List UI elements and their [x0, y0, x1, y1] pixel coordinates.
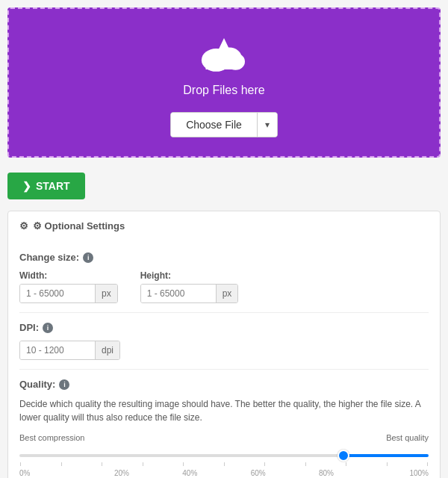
- start-arrow-icon: ❯: [22, 180, 31, 192]
- drop-files-text: Drop Files here: [183, 84, 264, 97]
- tick-labels: 0% 20% 40% 60% 80% 100%: [19, 469, 429, 477]
- width-label: Width:: [19, 270, 118, 281]
- quality-slider-wrapper: [19, 445, 429, 462]
- height-input-wrapper: px: [140, 284, 239, 303]
- quality-text: Quality:: [19, 379, 55, 390]
- tick-1: [61, 462, 62, 466]
- dpi-info-icon[interactable]: i: [43, 323, 53, 333]
- change-size-section: Change size: i Width: px Height: px: [19, 243, 429, 313]
- tick-label-100: 100%: [361, 469, 429, 477]
- tick-marks: [19, 462, 429, 466]
- dpi-section: DPI: i dpi: [19, 313, 429, 370]
- upload-drop-zone[interactable]: Drop Files here Choose File ▾: [7, 7, 441, 158]
- tick-9: [387, 462, 388, 466]
- tick-8: [346, 462, 346, 466]
- best-quality-label: Best quality: [386, 433, 429, 442]
- change-size-info-icon[interactable]: i: [83, 252, 93, 263]
- tick-label-20: 20%: [87, 469, 155, 477]
- slider-labels: Best compression Best quality: [19, 433, 429, 442]
- tick-2: [102, 462, 102, 466]
- width-input-wrapper: px: [19, 284, 118, 303]
- tick-10: [427, 462, 428, 466]
- tick-4: [183, 462, 184, 466]
- upload-cloud-icon: [198, 31, 250, 76]
- choose-file-wrapper: Choose File ▾: [170, 112, 278, 137]
- change-size-label: Change size: i: [19, 252, 429, 263]
- tick-label-40: 40%: [156, 469, 224, 477]
- height-label: Height:: [140, 270, 239, 281]
- best-compression-label: Best compression: [19, 433, 84, 442]
- dpi-label: DPI: i: [19, 322, 429, 333]
- quality-section: Quality: i Decide which quality the resu…: [19, 370, 429, 478]
- settings-panel: ⚙ ⚙ Optional Settings Change size: i Wid…: [7, 211, 441, 478]
- settings-gear-icon: ⚙: [19, 220, 28, 232]
- size-fields: Width: px Height: px: [19, 270, 429, 303]
- tick-label-0: 0%: [19, 469, 87, 477]
- quality-label: Quality: i: [19, 379, 429, 390]
- quality-description: Decide which quality the resulting image…: [19, 397, 429, 424]
- quality-slider[interactable]: [19, 454, 429, 457]
- choose-file-dropdown[interactable]: ▾: [257, 113, 277, 137]
- height-unit: px: [216, 285, 238, 302]
- start-label: START: [36, 180, 70, 192]
- height-field-group: Height: px: [140, 270, 239, 303]
- dpi-input[interactable]: [20, 341, 95, 359]
- width-field-group: Width: px: [19, 270, 118, 303]
- quality-info-icon[interactable]: i: [59, 379, 69, 390]
- tick-3: [143, 462, 143, 466]
- tick-label-60: 60%: [224, 469, 292, 477]
- tick-6: [264, 462, 265, 466]
- dpi-input-wrapper: dpi: [19, 341, 120, 360]
- change-size-text: Change size:: [19, 252, 79, 263]
- width-unit: px: [95, 285, 117, 302]
- tick-0: [20, 462, 21, 466]
- width-input[interactable]: [20, 285, 95, 302]
- choose-file-button[interactable]: Choose File: [171, 113, 257, 137]
- start-button[interactable]: ❯ START: [7, 173, 85, 199]
- height-input[interactable]: [141, 285, 216, 302]
- dpi-text: DPI:: [19, 322, 39, 333]
- start-section: ❯ START: [0, 165, 448, 211]
- settings-title-text: ⚙ Optional Settings: [33, 220, 125, 232]
- settings-title: ⚙ ⚙ Optional Settings: [19, 220, 429, 232]
- tick-5: [224, 462, 225, 466]
- dpi-unit: dpi: [95, 341, 119, 359]
- tick-label-80: 80%: [292, 469, 360, 477]
- tick-7: [305, 462, 306, 466]
